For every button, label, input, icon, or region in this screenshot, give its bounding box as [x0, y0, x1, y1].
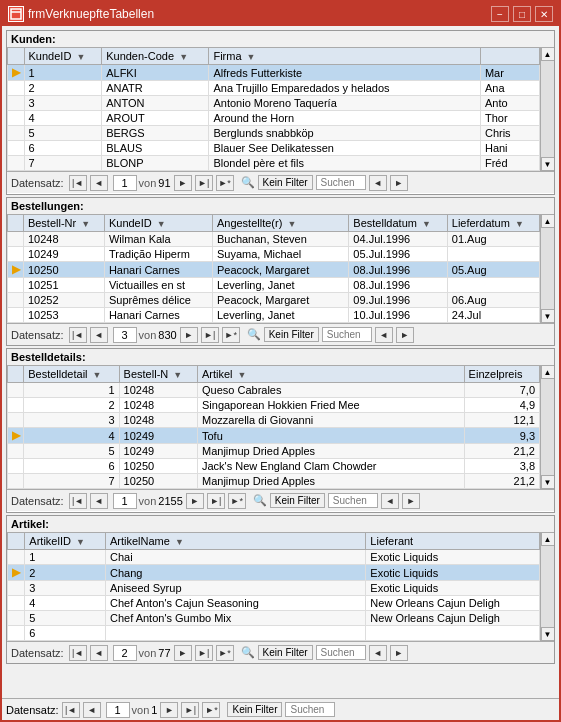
bestelldetails-row[interactable]: 5 10249 Manjimup Dried Apples 21,2	[8, 444, 540, 459]
bd-next-btn[interactable]: ►	[186, 493, 204, 509]
kunden-new-btn[interactable]: ►*	[216, 175, 234, 191]
maximize-button[interactable]: □	[513, 6, 531, 22]
kunden-row[interactable]: ▶ 1 ALFKI Alfreds Futterkiste Mar	[8, 65, 540, 81]
bottom-search-input[interactable]	[285, 702, 335, 717]
bd-scroll-h-left[interactable]: ◄	[381, 493, 399, 509]
bottom-first-btn[interactable]: |◄	[62, 702, 80, 718]
kunden-scroll-down[interactable]: ▼	[541, 157, 555, 171]
kunden-last-btn[interactable]: ►|	[195, 175, 213, 191]
kunden-col-code[interactable]: Kunden-Code ▼	[102, 48, 209, 65]
best-last-btn[interactable]: ►|	[201, 327, 219, 343]
kunden-search-input[interactable]	[316, 175, 366, 190]
art-next-btn[interactable]: ►	[174, 645, 192, 661]
minimize-button[interactable]: −	[491, 6, 509, 22]
bestellungen-row[interactable]: 10249 Tradição Hiperm Suyama, Michael 05…	[8, 247, 540, 262]
art-filter-btn[interactable]: Kein Filter	[258, 645, 313, 660]
bestellungen-row[interactable]: 10252 Suprêmes délice Peacock, Margaret …	[8, 293, 540, 308]
kunden-row[interactable]: 3 ANTON Antonio Moreno Taquería Anto	[8, 96, 540, 111]
kunden-scrollbar[interactable]: ▲ ▼	[540, 47, 554, 171]
kunden-row[interactable]: 5 BERGS Berglunds snabbköp Chris	[8, 126, 540, 141]
bestelldetails-row[interactable]: ▶ 4 10249 Tofu 9,3	[8, 428, 540, 444]
artikel-row[interactable]: 5 Chef Anton's Gumbo Mix New Orleans Caj…	[8, 611, 540, 626]
kunden-row[interactable]: 6 BLAUS Blauer See Delikatessen Hani	[8, 141, 540, 156]
art-scroll-up[interactable]: ▲	[541, 532, 555, 546]
bottom-filter-btn[interactable]: Kein Filter	[227, 702, 282, 717]
best-col-liefer[interactable]: Lieferdatum ▼	[447, 215, 539, 232]
bd-col-preis[interactable]: Einzelpreis	[464, 366, 539, 383]
bestelldetails-row[interactable]: 1 10248 Queso Cabrales 7,0	[8, 383, 540, 398]
artikel-scrollbar[interactable]: ▲ ▼	[540, 532, 554, 641]
artikel-row[interactable]: 4 Chef Anton's Cajun Seasoning New Orlea…	[8, 596, 540, 611]
kunden-current[interactable]: 1	[113, 175, 137, 191]
bd-filter-btn[interactable]: Kein Filter	[270, 493, 325, 508]
art-col-id[interactable]: ArtikelID ▼	[25, 533, 106, 550]
kunden-col-firma[interactable]: Firma ▼	[209, 48, 481, 65]
art-scroll-h-right[interactable]: ►	[390, 645, 408, 661]
bd-new-btn[interactable]: ►*	[228, 493, 246, 509]
best-col-angest[interactable]: Angestellte(r) ▼	[212, 215, 348, 232]
bottom-next-btn[interactable]: ►	[160, 702, 178, 718]
bd-scroll-h-right[interactable]: ►	[402, 493, 420, 509]
artikel-row[interactable]: 3 Aniseed Syrup Exotic Liquids	[8, 581, 540, 596]
best-scroll-up[interactable]: ▲	[541, 214, 555, 228]
best-scroll-h-right[interactable]: ►	[396, 327, 414, 343]
bestellungen-row[interactable]: 10253 Hanari Carnes Leverling, Janet 10.…	[8, 308, 540, 323]
bd-current[interactable]: 1	[113, 493, 137, 509]
art-scroll-track[interactable]	[541, 546, 554, 627]
artikel-row[interactable]: ▶ 2 Chang Exotic Liquids	[8, 565, 540, 581]
art-col-lieferant[interactable]: Lieferant	[366, 533, 540, 550]
bd-prev-btn[interactable]: ◄	[90, 493, 108, 509]
kunden-next-btn[interactable]: ►	[174, 175, 192, 191]
art-new-btn[interactable]: ►*	[216, 645, 234, 661]
bd-scroll-track[interactable]	[541, 379, 554, 475]
artikel-row[interactable]: 1 Chai Exotic Liquids	[8, 550, 540, 565]
best-current[interactable]: 3	[113, 327, 137, 343]
best-col-datum[interactable]: Bestelldatum ▼	[349, 215, 447, 232]
kunden-scroll-h-right[interactable]: ►	[390, 175, 408, 191]
bd-last-btn[interactable]: ►|	[207, 493, 225, 509]
best-new-btn[interactable]: ►*	[222, 327, 240, 343]
bestellungen-row[interactable]: 10251 Victuailles en st Leverling, Janet…	[8, 278, 540, 293]
kunden-col-id[interactable]: KundeID ▼	[24, 48, 102, 65]
best-search-input[interactable]	[322, 327, 372, 342]
kunden-prev-btn[interactable]: ◄	[90, 175, 108, 191]
art-last-btn[interactable]: ►|	[195, 645, 213, 661]
bestelldetails-row[interactable]: 2 10248 Singaporean Hokkien Fried Mee 4,…	[8, 398, 540, 413]
bd-col-bestell[interactable]: Bestell-N ▼	[119, 366, 197, 383]
kunden-scroll-up[interactable]: ▲	[541, 47, 555, 61]
art-search-input[interactable]	[316, 645, 366, 660]
art-col-name[interactable]: ArtikelName ▼	[105, 533, 365, 550]
art-scroll-down[interactable]: ▼	[541, 627, 555, 641]
kunden-row[interactable]: 2 ANATR Ana Trujillo Emparedados y helad…	[8, 81, 540, 96]
bestelldetails-row[interactable]: 3 10248 Mozzarella di Giovanni 12,1	[8, 413, 540, 428]
best-first-btn[interactable]: |◄	[69, 327, 87, 343]
bottom-new-btn[interactable]: ►*	[202, 702, 220, 718]
art-current[interactable]: 2	[113, 645, 137, 661]
kunden-scroll-track[interactable]	[541, 61, 554, 157]
best-next-btn[interactable]: ►	[180, 327, 198, 343]
best-scroll-track[interactable]	[541, 228, 554, 309]
kunden-filter-btn[interactable]: Kein Filter	[258, 175, 313, 190]
bottom-current[interactable]: 1	[106, 702, 130, 718]
bestelldetails-row[interactable]: 7 10250 Manjimup Dried Apples 21,2	[8, 474, 540, 489]
best-scroll-h-left[interactable]: ◄	[375, 327, 393, 343]
best-filter-btn[interactable]: Kein Filter	[264, 327, 319, 342]
close-button[interactable]: ✕	[535, 6, 553, 22]
art-first-btn[interactable]: |◄	[69, 645, 87, 661]
bestellungen-scrollbar[interactable]: ▲ ▼	[540, 214, 554, 323]
bestelldetails-scrollbar[interactable]: ▲ ▼	[540, 365, 554, 489]
best-col-nr[interactable]: Bestell-Nr ▼	[23, 215, 104, 232]
bd-first-btn[interactable]: |◄	[69, 493, 87, 509]
best-scroll-down[interactable]: ▼	[541, 309, 555, 323]
kunden-row[interactable]: 7 BLONP Blondel père et fils Fréd	[8, 156, 540, 171]
best-col-kunde[interactable]: KundeID ▼	[104, 215, 212, 232]
bd-scroll-up[interactable]: ▲	[541, 365, 555, 379]
artikel-row[interactable]: 6	[8, 626, 540, 641]
bottom-prev-btn[interactable]: ◄	[83, 702, 101, 718]
kunden-first-btn[interactable]: |◄	[69, 175, 87, 191]
kunden-scroll-h-left[interactable]: ◄	[369, 175, 387, 191]
kunden-row[interactable]: 4 AROUT Around the Horn Thor	[8, 111, 540, 126]
art-prev-btn[interactable]: ◄	[90, 645, 108, 661]
bd-search-input[interactable]	[328, 493, 378, 508]
bestellungen-row[interactable]: ▶ 10250 Hanari Carnes Peacock, Margaret …	[8, 262, 540, 278]
